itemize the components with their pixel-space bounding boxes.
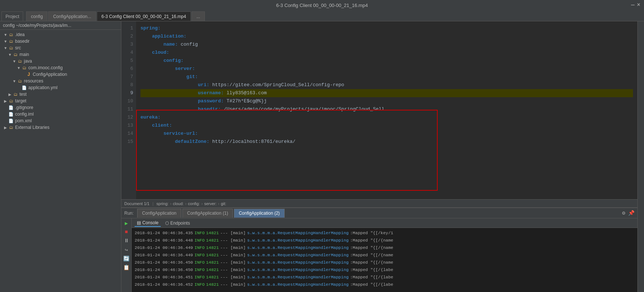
yaml-key: cloud: (152, 50, 169, 55)
log-timestamp: 2018-01-24 00:46:36.449 (135, 244, 193, 251)
yaml-key: name: (163, 42, 178, 47)
project-tab[interactable]: Project (1, 11, 23, 21)
tree-item[interactable]: ▼🗂com.imooc.config (0, 64, 121, 71)
log-message: Mapped "{[/{labe (353, 281, 393, 288)
tree-label: basedir (15, 39, 29, 44)
tree-arrow: ▼ (7, 53, 13, 57)
log-level: INFO (195, 251, 205, 259)
code-editor[interactable]: 123456789101112131415 spring: applicatio… (121, 21, 637, 207)
console-toolbar: ▤ Console ⬡ Endpoints (132, 218, 637, 228)
tree-item[interactable]: ▼🗂.idea (0, 31, 121, 38)
tree-icon: 📄 (21, 85, 27, 90)
tree-item[interactable]: ▼🗂basedir (0, 38, 121, 45)
tree-icon: 🗂 (17, 79, 23, 83)
code-line: service-url: (140, 130, 633, 138)
run-tab-1[interactable]: ConfigApplication (137, 209, 181, 218)
line-number: 1 (121, 24, 136, 32)
tree-label: main (19, 52, 29, 57)
breadcrumb-separator: › (202, 201, 203, 206)
minimize-button[interactable]: — (631, 2, 635, 8)
tree-label: External Libraries (15, 125, 49, 130)
project-tree[interactable]: ▼🗂.idea▼🗂basedir▼🗂src▼🗂main▼🗂java▼🗂com.i… (0, 30, 121, 292)
log-thread: main] (233, 229, 246, 237)
tree-item[interactable]: ▶🗂External Libraries (0, 124, 121, 131)
tree-item[interactable]: ▶🗂test (0, 91, 121, 98)
log-level: INFO (195, 229, 205, 237)
log-timestamp: 2018-01-24 00:46:36.451 (135, 274, 193, 281)
tree-item[interactable]: 📄config.iml (0, 111, 121, 117)
tree-item[interactable]: ▶🗂target (0, 98, 121, 104)
tree-item[interactable]: ▼🗂src (0, 45, 121, 51)
line-number: 3 (121, 41, 136, 49)
yaml-key: spring: (140, 25, 161, 31)
code-line: uri: https://gitee.com/SpringCloud_Sell/… (140, 81, 633, 89)
breadcrumb-item: cloud: (173, 201, 184, 206)
tree-item[interactable]: ▼🗂java (0, 58, 121, 64)
run-tab-3[interactable]: ConfigApplication (2) (234, 209, 284, 218)
tab-bar: Project config ConfigApplication... 6-3 … (0, 10, 644, 21)
step-over-button[interactable]: ↪ (123, 246, 130, 253)
tree-item[interactable]: 📄pom.xml (0, 117, 121, 124)
breadcrumb-separator: › (170, 201, 171, 206)
stop-button[interactable]: ■ (123, 229, 130, 235)
tree-arrow: ▼ (12, 59, 17, 63)
tab-configapp[interactable]: ConfigApplication... (48, 11, 96, 21)
tree-label: resources (24, 78, 43, 84)
breadcrumb: spring: › cloud: › config: › server: › g… (156, 201, 226, 206)
tree-item[interactable]: 📄.gitignore (0, 104, 121, 111)
run-label: Run: (124, 211, 134, 216)
endpoints-tab[interactable]: ⬡ Endpoints (163, 220, 192, 226)
log-message: Mapped "{[/{labe (353, 266, 393, 274)
settings-icon[interactable]: ⚙ (622, 210, 625, 216)
tree-icon: 🗂 (21, 66, 27, 70)
rerun-button[interactable]: 🔄 (123, 255, 130, 262)
code-line: name: config (140, 41, 633, 49)
log-class: s.w.s.m.m.a.RequestMappingHandlerMapping (247, 281, 349, 288)
tree-icon: 📄 (8, 105, 14, 110)
yaml-key: client: (152, 123, 172, 128)
tree-item[interactable]: JConfigApplication (0, 71, 121, 78)
console-output: 2018-01-24 00:46:36.435INFO14821--- [mai… (132, 228, 637, 292)
log-pid: 14821 (206, 281, 219, 288)
yaml-key: server: (175, 66, 195, 71)
tree-icon: 🗂 (8, 32, 14, 37)
yaml-key: uri: (198, 82, 209, 88)
tree-item[interactable]: 📄application.yml (0, 84, 121, 91)
console-tab[interactable]: ▤ Console (135, 219, 161, 227)
code-line: password: T#27h*E$cg@%}j (140, 97, 633, 105)
log-thread: main] (233, 244, 246, 251)
log-message: Mapped "{[/key/1 (353, 229, 393, 237)
code-line: username: lly835@163.com (140, 89, 633, 97)
code-line: git: (140, 73, 633, 81)
run-button[interactable]: ▶ (123, 220, 130, 226)
tree-item[interactable]: ▼🗂resources (0, 78, 121, 84)
log-level: INFO (195, 266, 205, 274)
log-thread: main] (233, 237, 246, 244)
run-tab-2[interactable]: ConfigApplication (1) (182, 209, 233, 218)
tree-arrow: ▼ (3, 33, 8, 37)
tab-video[interactable]: 6-3 Config Client 00_00_00-00_21_16.mp4 (97, 11, 191, 21)
tree-icon: 🗂 (17, 59, 23, 63)
yaml-key: username: (198, 90, 224, 96)
yaml-value: /Users/admin/code/myProjects/java/imooc/… (221, 106, 384, 112)
code-line: application: (140, 32, 633, 41)
code-content[interactable]: spring: application: name: config cloud:… (136, 21, 637, 199)
log-level: INFO (195, 244, 205, 251)
log-pid: 14821 (206, 274, 219, 281)
breadcrumb-item: server: (204, 201, 217, 206)
tree-item[interactable]: ▼🗂main (0, 51, 121, 58)
tab-more[interactable]: ... (192, 11, 205, 21)
pause-button[interactable]: ⏸ (123, 238, 130, 244)
line-number: 10 (121, 97, 136, 105)
pin-icon[interactable]: 📌 (628, 210, 634, 216)
yaml-key: defaultZone: (175, 139, 210, 144)
tab-config[interactable]: config (26, 11, 47, 21)
log-timestamp: 2018-01-24 00:46:36.450 (135, 266, 193, 274)
settings-btn[interactable]: 📋 (123, 264, 130, 271)
line-number: 5 (121, 57, 136, 65)
log-message: Mapped "{[/{name (353, 244, 393, 251)
tree-label: test (19, 92, 26, 97)
right-scrollbar[interactable] (637, 21, 644, 292)
log-timestamp: 2018-01-24 00:46:36.448 (135, 237, 193, 244)
close-button[interactable]: × (637, 2, 640, 8)
